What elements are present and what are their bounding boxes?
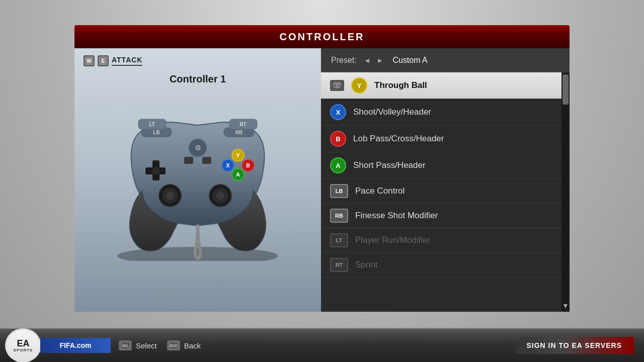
badge-e: E [98,55,109,66]
svg-text:B: B [246,162,250,168]
button-badge-rt: RT [330,258,348,272]
back-label: Back [184,341,201,350]
svg-text:X: X [226,162,230,168]
controller-icon [330,80,344,91]
right-panel: Preset: ◄ ► Custom A YThrough BallXShoot… [321,48,570,312]
button-badge-a: A [330,157,346,173]
svg-point-3 [152,167,160,175]
back-icon: BCK [167,340,180,350]
select-label: Select [136,341,157,350]
action-item-player-run[interactable]: LTPlayer Run/Modifier [321,228,570,253]
button-badge-rb: RB [330,209,348,223]
svg-point-30 [334,84,336,86]
action-label: Pace Control [355,186,405,196]
ea-text: EA [17,339,29,348]
action-label: Player Run/Modifier [355,235,430,245]
content-area: W E ATTACK Controller 1 [74,48,570,312]
svg-point-31 [338,84,340,86]
preset-value: Custom A [392,56,427,65]
select-icon: SEL [119,340,132,350]
badge-w: W [84,55,95,66]
action-item-sprint[interactable]: RTSprint [321,253,570,278]
button-badge-b: B [330,131,346,147]
sports-text: SPORTS [14,348,33,352]
svg-text:A: A [236,171,240,177]
scroll-thumb [562,74,569,105]
fifa-bar: FIFA.com [40,338,111,353]
button-badge-lt: LT [330,233,348,247]
svg-text:⚙: ⚙ [195,144,201,152]
fifa-text: FIFA.com [59,341,91,349]
action-item-finesse-shot[interactable]: RBFinesse Shot Modifier [321,204,570,228]
svg-rect-27 [202,157,211,164]
svg-text:RT: RT [239,122,246,127]
bottom-controls: SEL Select BCK Back [119,340,201,350]
scroll-down-arrow[interactable]: ▼ [562,302,569,310]
signin-bg: SIGN IN TO EA SERVERS [514,337,634,354]
main-container: CONTROLLER W E ATTACK Controller 1 [74,25,570,312]
actions-list: YThrough BallXShoot/Volley/HeaderBLob Pa… [321,72,570,312]
action-item-short-pass[interactable]: AShort Pass/Header [321,152,570,179]
signin-text: SIGN IN TO EA SERVERS [526,341,622,349]
svg-text:RB: RB [235,130,243,135]
svg-text:SEL: SEL [122,344,129,347]
title-bar: CONTROLLER [74,25,570,48]
select-control[interactable]: SEL Select [119,340,157,350]
action-label: Short Pass/Header [353,160,426,170]
button-badge-lb: LB [330,184,348,198]
action-label: Sprint [355,260,377,270]
svg-text:Y: Y [236,152,240,158]
button-badge-y: Y [351,77,367,94]
svg-text:LT: LT [149,122,154,127]
action-label: Through Ball [374,80,427,90]
action-label: Finesse Shot Modifier [355,211,438,221]
signin-area[interactable]: SIGN IN TO EA SERVERS [514,337,634,354]
preset-label: Preset: [331,56,357,65]
action-label: Lob Pass/Cross/Header [353,134,444,144]
svg-point-9 [216,192,224,200]
svg-rect-26 [184,157,193,164]
controller-image: Y X B A LB [102,90,293,261]
attack-header: W E ATTACK [84,55,142,66]
title-text: CONTROLLER [280,31,365,43]
action-item-lob-pass[interactable]: BLob Pass/Cross/Header [321,126,570,152]
back-control[interactable]: BCK Back [167,340,201,350]
left-panel: W E ATTACK Controller 1 [74,48,321,312]
preset-nav[interactable]: ◄ ► [362,55,386,65]
svg-text:LB: LB [153,130,159,135]
action-label: Shoot/Volley/Header [353,107,431,117]
action-item-pace-control[interactable]: LBPace Control [321,179,570,204]
bottom-bar: EA SPORTS FIFA.com SEL Select BCK Back [0,328,644,362]
scrollbar[interactable]: ▼ [561,72,570,312]
svg-text:BCK: BCK [170,344,177,347]
action-item-through-ball[interactable]: YThrough Ball [321,72,570,99]
preset-right-arrow[interactable]: ► [375,55,386,65]
preset-bar: Preset: ◄ ► Custom A [321,48,570,72]
controller-title: Controller 1 [170,73,226,85]
preset-left-arrow[interactable]: ◄ [362,55,373,65]
button-badge-x: X [330,104,346,120]
svg-point-6 [166,192,174,200]
ea-logo: EA SPORTS [5,328,41,362]
attack-label: ATTACK [112,56,142,66]
action-item-shoot-volley[interactable]: XShoot/Volley/Header [321,99,570,126]
